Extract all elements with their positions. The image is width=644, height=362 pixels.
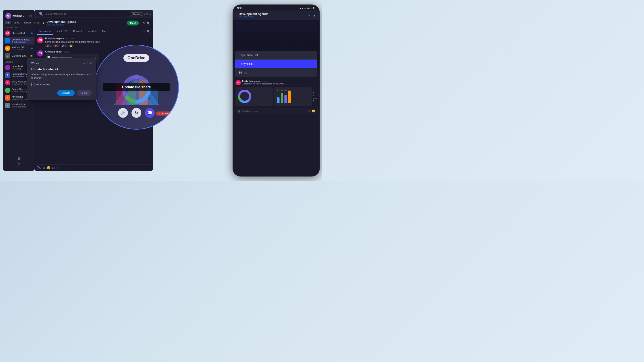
signal-icon: ▲▲▲ <box>300 7 306 9</box>
toolbar-more-icon[interactable]: ⋯ <box>60 166 63 169</box>
svg-rect-22 <box>284 95 287 103</box>
unread-dot <box>31 32 33 34</box>
zoom-overlay-label: ▲ 13,059 <box>156 111 172 115</box>
toolbar-gif-icon[interactable]: ⊞ <box>42 166 45 169</box>
mobile-back-button[interactable]: ‹ <box>236 13 237 17</box>
svg-rect-20 <box>277 97 280 103</box>
nav-item-matthew-sub: Do Not Disturb · Out for a walk <box>12 48 30 51</box>
settings-icon[interactable]: ⚙ <box>37 21 40 25</box>
zoom-comment-button[interactable]: 💬 <box>145 108 155 118</box>
toolbar-attach-icon[interactable]: 📎 <box>37 166 41 169</box>
filter-direct[interactable]: Direct <box>12 21 21 24</box>
mobile-gif-icon[interactable]: ⊞ <box>308 109 310 113</box>
tab-messages[interactable]: Messages <box>37 28 53 35</box>
reaction-heart[interactable]: ❤️ 2 <box>53 44 60 47</box>
nav-item-viz-name: Visualizations <box>12 103 33 106</box>
dialog-close[interactable]: × <box>90 62 92 65</box>
tab-people[interactable]: People (30) <box>53 28 70 35</box>
dialog-minimize[interactable]: – <box>84 62 85 65</box>
tab-icons: ⋯ 🔍 <box>142 30 150 33</box>
minimize-icon[interactable]: – <box>144 13 145 15</box>
toolbar-mention-icon[interactable]: @ <box>52 166 55 169</box>
add-icon[interactable]: + <box>31 14 32 17</box>
tab-search-icon[interactable]: 🔍 <box>147 30 150 33</box>
filter-all[interactable]: All <box>5 21 11 24</box>
search-bar[interactable]: 🔍 <box>37 11 131 17</box>
allow-editing-checkbox[interactable] <box>31 83 34 86</box>
svg-text:QR: QR <box>288 89 291 91</box>
update-file-dialog: Webex – □ × Update file share? After upd… <box>27 58 96 100</box>
nav-item-dev-agenda-name: Development Agenda <box>12 38 33 41</box>
mobile-charts-area: A MZ CD QR R —A —Q —D — <box>236 87 317 106</box>
mobile-msg-emily-avatar: EN <box>236 80 241 85</box>
nav-item-matthew[interactable]: M Matthew Baker Do Not Disturb · Out for… <box>3 44 34 52</box>
tab-apps[interactable]: Apps <box>100 28 110 35</box>
mobile-message-input[interactable] <box>242 110 306 112</box>
mute-icon: 🔕 <box>30 55 33 57</box>
update-button[interactable]: Update <box>57 90 74 96</box>
context-resync[interactable]: Re-sync file <box>235 60 317 68</box>
context-copy-link[interactable]: Copy Share Link <box>235 51 317 60</box>
search-input[interactable] <box>45 13 128 15</box>
tab-more-icon[interactable]: ⋯ <box>142 30 145 33</box>
cancel-button[interactable]: Cancel <box>77 90 92 96</box>
mobile-panel: 9:41 ▲▲▲ WiFi 🔋 ‹ Development Agenda ENG… <box>232 4 320 177</box>
filter-spaces[interactable]: Spaces <box>22 21 33 24</box>
mobile-chat-info: Development Agenda ENG deployment <box>239 12 306 18</box>
reaction-party[interactable]: 🎉 1 <box>45 44 52 47</box>
nav-item-clarissa-avatar: CS <box>5 30 10 36</box>
chat-header: ⚙ ★ Development Agenda ENG Deployment Me… <box>34 18 153 28</box>
nav-item-marketing-content: Marketing Collateral <box>12 55 28 57</box>
msg-clarissa-time: 8:28 AM <box>64 51 71 53</box>
meet-button[interactable]: Meet <box>127 20 139 25</box>
nav-item-matthew-name: Matthew Baker <box>12 46 30 48</box>
zoom-actions: 🔗 ↻ 💬 <box>118 108 155 118</box>
zoom-sync-button[interactable]: ↻ <box>132 108 141 118</box>
mobile-attach-icon[interactable]: 📎 <box>237 109 240 113</box>
search-icon: 🔍 <box>39 12 44 16</box>
dialog-maximize[interactable]: □ <box>87 62 88 65</box>
filter-more[interactable]: ≡ <box>34 21 36 24</box>
mobile-emoji-icon[interactable]: 😊 <box>312 109 315 113</box>
tab-content[interactable]: Content <box>71 28 84 35</box>
toolbar-format-icon[interactable]: T <box>57 166 58 169</box>
favorites-label: Favorites <box>3 25 34 29</box>
reaction-rocket[interactable]: 🚀 2 <box>60 44 68 47</box>
nav-item-marketing-name: Marketing Collateral <box>12 55 28 57</box>
close-icon[interactable]: × <box>149 13 151 15</box>
zoom-link-button[interactable]: 🔗 <box>118 108 128 118</box>
update-file-share-label: Update file share <box>103 83 170 91</box>
connect-button[interactable]: Connect <box>131 12 142 16</box>
nav-item-viz[interactable]: V Visualizations ENG Deployment <box>3 102 34 109</box>
apps-icon[interactable]: ⊞ <box>18 156 20 160</box>
nav-item-marketing-avatar: M <box>5 53 10 58</box>
toolbar-emoji-icon[interactable]: 😊 <box>47 166 50 169</box>
msg-clarissa-avatar: CS <box>37 50 44 56</box>
help-icon[interactable]: ? <box>18 163 20 167</box>
mobile-edit-icon[interactable]: ✏ <box>308 14 310 17</box>
next-icon[interactable]: › <box>29 14 30 17</box>
context-edit-in[interactable]: Edit in... <box>235 68 317 77</box>
dialog-app-name: Webex <box>31 62 39 64</box>
chat-name: Development Agenda <box>46 20 125 23</box>
mobile-more-icon[interactable]: ⋮ <box>312 13 316 18</box>
unread-dot-matthew <box>31 48 33 49</box>
refresh-icon[interactable]: ↻ <box>142 21 145 25</box>
prev-icon[interactable]: ‹ <box>28 14 28 17</box>
mobile-msg-emily-text: ...problem, we're still regardless. Grea… <box>242 82 317 85</box>
mobile-input-bar[interactable]: 📎 ⊞ 😊 <box>234 108 318 114</box>
maximize-icon[interactable]: □ <box>146 13 148 15</box>
nav-item-dev-agenda[interactable]: D Development Agenda ENG Deployment <box>3 37 34 44</box>
wifi-icon: WiFi <box>307 7 312 9</box>
nav-item-dev-agenda-content: Development Agenda ENG Deployment <box>12 38 33 43</box>
nav-item-clarissa[interactable]: CS Clarissa Smith <box>3 29 34 37</box>
tab-schedule[interactable]: Schedule <box>84 28 99 35</box>
chat-search-icon[interactable]: 🔍 <box>147 21 150 25</box>
allow-editing-row: Allow editing <box>31 83 92 86</box>
reaction-smile[interactable]: 😊 <box>68 44 74 47</box>
filter-bar: All Direct Spaces ≡ <box>3 20 34 25</box>
mobile-blurred-messages <box>233 20 320 50</box>
star-icon[interactable]: ★ <box>42 21 45 25</box>
msg-clarissa-name: Clarissa Smith <box>45 50 62 53</box>
nav-item-umar-avatar: U <box>5 65 10 70</box>
